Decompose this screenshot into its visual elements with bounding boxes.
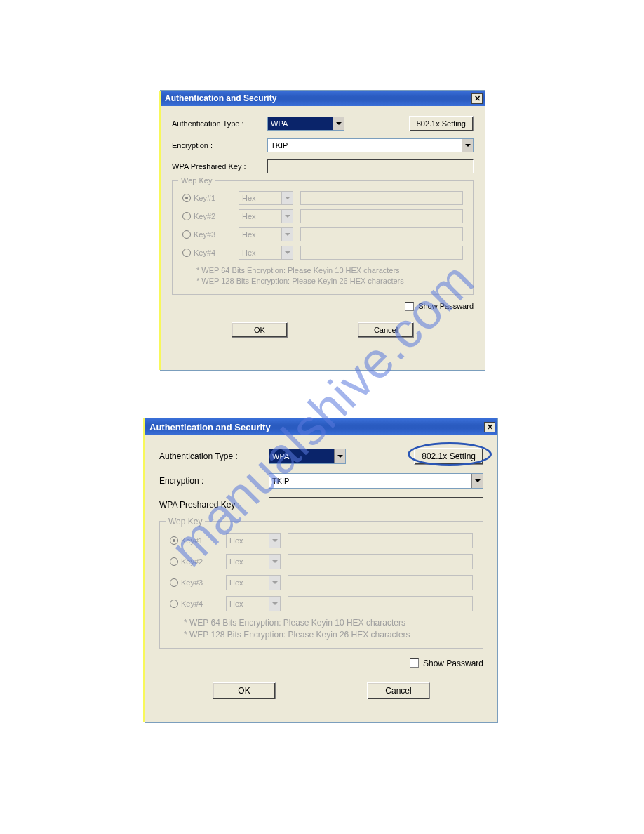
psk-label: WPA Preshared Key : <box>172 162 263 171</box>
wep-key2-format-value: Hex <box>227 557 269 566</box>
wep-key4-format-value: Hex <box>239 249 281 257</box>
chevron-down-icon <box>281 192 293 204</box>
wep-key2-radio: Key#2 <box>170 557 219 566</box>
chevron-down-icon <box>281 246 293 259</box>
wep-hint-128: * WEP 128 Bits Encryption: Please Keyin … <box>196 276 463 286</box>
wep-key4-format-select: Hex <box>226 596 281 611</box>
chevron-down-icon <box>333 117 344 130</box>
8021x-setting-button[interactable]: 802.1x Setting <box>409 116 474 131</box>
wep-key4-format-value: Hex <box>227 600 269 608</box>
encryption-select[interactable]: TKIP <box>269 473 483 489</box>
cancel-button[interactable]: Cancel <box>367 682 430 699</box>
wep-key1-input <box>300 191 463 205</box>
wep-key3-format-select: Hex <box>239 227 293 241</box>
wep-key4-input <box>288 596 473 611</box>
radio-icon <box>182 212 191 220</box>
8021x-setting-button[interactable]: 802.1x Setting <box>414 448 483 465</box>
wep-key1-input <box>288 533 473 548</box>
wep-hint-64: * WEP 64 Bits Encryption: Please Keyin 1… <box>196 265 463 276</box>
encryption-select[interactable]: TKIP <box>267 138 474 152</box>
wep-key-row: Key#3 Hex <box>170 575 473 590</box>
chevron-down-icon <box>334 449 345 463</box>
wep-key3-label: Key#3 <box>194 230 215 239</box>
wep-key2-format-select: Hex <box>239 209 293 223</box>
radio-icon <box>170 600 178 608</box>
wep-key4-input <box>300 246 463 260</box>
radio-icon <box>170 557 178 566</box>
wep-key3-radio: Key#3 <box>170 578 219 587</box>
wep-key2-label: Key#2 <box>194 212 215 220</box>
wep-key-row: Key#1 Hex <box>170 533 473 548</box>
wep-key1-format-select: Hex <box>239 191 293 205</box>
wep-key-legend: Wep Key <box>178 176 215 185</box>
wep-hint-128: * WEP 128 Bits Encryption: Please Keyin … <box>184 629 473 641</box>
wep-key2-format-value: Hex <box>239 212 281 220</box>
radio-icon <box>170 536 178 545</box>
close-icon[interactable]: ✕ <box>471 93 483 104</box>
wep-key1-format-select: Hex <box>226 533 281 548</box>
encryption-value: TKIP <box>269 477 471 485</box>
show-password-checkbox[interactable] <box>405 302 414 311</box>
chevron-down-icon <box>269 534 280 548</box>
wep-key2-radio: Key#2 <box>182 212 232 220</box>
wep-key2-input <box>288 554 473 569</box>
wep-key3-format-value: Hex <box>239 230 281 239</box>
ok-button[interactable]: OK <box>232 322 288 338</box>
encryption-value: TKIP <box>268 141 462 150</box>
auth-type-value: WPA <box>268 119 333 128</box>
chevron-down-icon <box>471 474 483 488</box>
wep-key4-format-select: Hex <box>239 246 293 260</box>
wep-key1-label: Key#1 <box>194 194 215 202</box>
psk-input[interactable] <box>269 497 483 512</box>
auth-type-label: Authentication Type : <box>159 451 264 461</box>
chevron-down-icon <box>281 228 293 241</box>
auth-type-select[interactable]: WPA <box>267 117 344 131</box>
auth-type-label: Authentication Type : <box>172 119 263 128</box>
auth-security-dialog-1: Authentication and Security ✕ Authentica… <box>160 90 485 371</box>
wep-key-group: Wep Key Key#1 Hex Key#2 Hex <box>172 180 474 295</box>
wep-key1-radio: Key#1 <box>182 194 232 202</box>
chevron-down-icon <box>281 210 293 223</box>
auth-type-select[interactable]: WPA <box>269 449 346 464</box>
radio-icon <box>182 230 191 239</box>
wep-key3-radio: Key#3 <box>182 230 232 239</box>
window-title: Authentication and Security <box>165 93 276 103</box>
wep-key4-radio: Key#4 <box>182 249 232 257</box>
wep-key1-label: Key#1 <box>181 536 203 545</box>
wep-key-legend: Wep Key <box>166 517 205 527</box>
wep-key-row: Key#3 Hex <box>182 227 463 241</box>
wep-key1-format-value: Hex <box>239 194 281 202</box>
auth-security-dialog-2: Authentication and Security ✕ Authentica… <box>145 418 498 723</box>
chevron-down-icon <box>462 139 473 152</box>
wep-key3-label: Key#3 <box>181 578 203 587</box>
wep-key2-format-select: Hex <box>226 554 281 569</box>
wep-key1-format-value: Hex <box>227 536 269 545</box>
cancel-button[interactable]: Cancel <box>358 322 414 338</box>
wep-key-row: Key#4 Hex <box>170 596 473 611</box>
close-icon[interactable]: ✕ <box>484 422 495 432</box>
wep-key-row: Key#4 Hex <box>182 246 463 260</box>
wep-key4-label: Key#4 <box>194 249 215 257</box>
wep-key-row: Key#1 Hex <box>182 191 463 205</box>
wep-key4-label: Key#4 <box>181 600 203 608</box>
wep-key3-input <box>288 575 473 590</box>
ok-button[interactable]: OK <box>213 682 276 699</box>
titlebar: Authentication and Security ✕ <box>145 418 497 435</box>
window-title: Authentication and Security <box>149 422 271 432</box>
chevron-down-icon <box>269 597 280 611</box>
show-password-checkbox[interactable] <box>410 658 419 668</box>
titlebar: Authentication and Security ✕ <box>161 91 485 106</box>
psk-label: WPA Preshared Key : <box>159 500 264 510</box>
wep-key-row: Key#2 Hex <box>182 209 463 223</box>
wep-key2-label: Key#2 <box>181 557 203 566</box>
encryption-label: Encryption : <box>172 141 263 150</box>
chevron-down-icon <box>269 555 280 569</box>
wep-key1-radio: Key#1 <box>170 536 219 545</box>
psk-input[interactable] <box>267 159 474 173</box>
auth-type-value: WPA <box>269 452 334 461</box>
wep-key2-input <box>300 209 463 223</box>
wep-key3-input <box>300 227 463 241</box>
wep-key-row: Key#2 Hex <box>170 554 473 569</box>
radio-icon <box>182 249 191 257</box>
radio-icon <box>170 578 178 587</box>
